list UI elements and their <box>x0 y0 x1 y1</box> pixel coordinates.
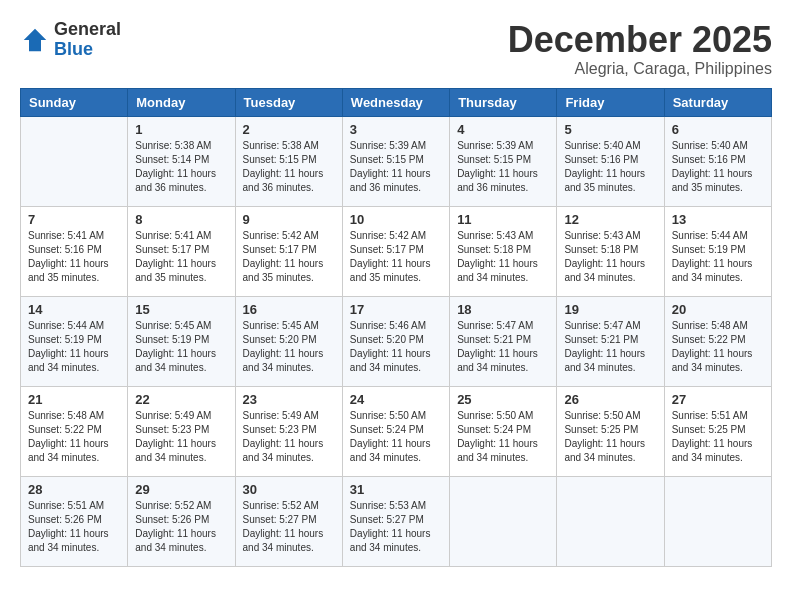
day-number: 5 <box>564 122 656 137</box>
day-cell: 28Sunrise: 5:51 AMSunset: 5:26 PMDayligh… <box>21 476 128 566</box>
day-cell: 26Sunrise: 5:50 AMSunset: 5:25 PMDayligh… <box>557 386 664 476</box>
day-info: Sunrise: 5:38 AMSunset: 5:14 PMDaylight:… <box>135 139 227 195</box>
day-info: Sunrise: 5:39 AMSunset: 5:15 PMDaylight:… <box>350 139 442 195</box>
day-number: 18 <box>457 302 549 317</box>
day-number: 28 <box>28 482 120 497</box>
day-number: 25 <box>457 392 549 407</box>
day-cell <box>450 476 557 566</box>
weekday-header-thursday: Thursday <box>450 88 557 116</box>
logo-icon <box>20 25 50 55</box>
day-cell: 19Sunrise: 5:47 AMSunset: 5:21 PMDayligh… <box>557 296 664 386</box>
day-number: 27 <box>672 392 764 407</box>
location-subtitle: Alegria, Caraga, Philippines <box>508 60 772 78</box>
week-row-2: 7Sunrise: 5:41 AMSunset: 5:16 PMDaylight… <box>21 206 772 296</box>
day-info: Sunrise: 5:43 AMSunset: 5:18 PMDaylight:… <box>564 229 656 285</box>
day-info: Sunrise: 5:48 AMSunset: 5:22 PMDaylight:… <box>672 319 764 375</box>
day-info: Sunrise: 5:47 AMSunset: 5:21 PMDaylight:… <box>564 319 656 375</box>
logo-blue-text: Blue <box>54 40 121 60</box>
day-info: Sunrise: 5:50 AMSunset: 5:24 PMDaylight:… <box>350 409 442 465</box>
day-info: Sunrise: 5:50 AMSunset: 5:25 PMDaylight:… <box>564 409 656 465</box>
day-info: Sunrise: 5:43 AMSunset: 5:18 PMDaylight:… <box>457 229 549 285</box>
day-cell: 6Sunrise: 5:40 AMSunset: 5:16 PMDaylight… <box>664 116 771 206</box>
day-number: 1 <box>135 122 227 137</box>
day-number: 9 <box>243 212 335 227</box>
day-cell: 21Sunrise: 5:48 AMSunset: 5:22 PMDayligh… <box>21 386 128 476</box>
week-row-3: 14Sunrise: 5:44 AMSunset: 5:19 PMDayligh… <box>21 296 772 386</box>
day-info: Sunrise: 5:52 AMSunset: 5:26 PMDaylight:… <box>135 499 227 555</box>
day-number: 6 <box>672 122 764 137</box>
weekday-header-monday: Monday <box>128 88 235 116</box>
week-row-1: 1Sunrise: 5:38 AMSunset: 5:14 PMDaylight… <box>21 116 772 206</box>
day-cell: 12Sunrise: 5:43 AMSunset: 5:18 PMDayligh… <box>557 206 664 296</box>
calendar: SundayMondayTuesdayWednesdayThursdayFrid… <box>20 88 772 567</box>
day-info: Sunrise: 5:52 AMSunset: 5:27 PMDaylight:… <box>243 499 335 555</box>
day-cell: 31Sunrise: 5:53 AMSunset: 5:27 PMDayligh… <box>342 476 449 566</box>
day-cell <box>557 476 664 566</box>
day-number: 17 <box>350 302 442 317</box>
day-number: 26 <box>564 392 656 407</box>
day-number: 13 <box>672 212 764 227</box>
day-info: Sunrise: 5:49 AMSunset: 5:23 PMDaylight:… <box>135 409 227 465</box>
weekday-header-saturday: Saturday <box>664 88 771 116</box>
day-info: Sunrise: 5:40 AMSunset: 5:16 PMDaylight:… <box>564 139 656 195</box>
day-cell: 30Sunrise: 5:52 AMSunset: 5:27 PMDayligh… <box>235 476 342 566</box>
day-number: 15 <box>135 302 227 317</box>
logo: General Blue <box>20 20 121 60</box>
day-cell: 13Sunrise: 5:44 AMSunset: 5:19 PMDayligh… <box>664 206 771 296</box>
day-number: 20 <box>672 302 764 317</box>
day-info: Sunrise: 5:46 AMSunset: 5:20 PMDaylight:… <box>350 319 442 375</box>
weekday-header-wednesday: Wednesday <box>342 88 449 116</box>
day-cell: 15Sunrise: 5:45 AMSunset: 5:19 PMDayligh… <box>128 296 235 386</box>
day-number: 23 <box>243 392 335 407</box>
day-info: Sunrise: 5:50 AMSunset: 5:24 PMDaylight:… <box>457 409 549 465</box>
day-info: Sunrise: 5:40 AMSunset: 5:16 PMDaylight:… <box>672 139 764 195</box>
day-cell: 1Sunrise: 5:38 AMSunset: 5:14 PMDaylight… <box>128 116 235 206</box>
day-info: Sunrise: 5:48 AMSunset: 5:22 PMDaylight:… <box>28 409 120 465</box>
week-row-4: 21Sunrise: 5:48 AMSunset: 5:22 PMDayligh… <box>21 386 772 476</box>
day-info: Sunrise: 5:41 AMSunset: 5:16 PMDaylight:… <box>28 229 120 285</box>
day-cell: 9Sunrise: 5:42 AMSunset: 5:17 PMDaylight… <box>235 206 342 296</box>
day-cell: 2Sunrise: 5:38 AMSunset: 5:15 PMDaylight… <box>235 116 342 206</box>
logo-general-text: General <box>54 20 121 40</box>
day-number: 30 <box>243 482 335 497</box>
day-info: Sunrise: 5:42 AMSunset: 5:17 PMDaylight:… <box>350 229 442 285</box>
weekday-header-friday: Friday <box>557 88 664 116</box>
day-cell: 18Sunrise: 5:47 AMSunset: 5:21 PMDayligh… <box>450 296 557 386</box>
day-number: 12 <box>564 212 656 227</box>
day-info: Sunrise: 5:47 AMSunset: 5:21 PMDaylight:… <box>457 319 549 375</box>
svg-marker-0 <box>24 29 47 52</box>
header: General Blue December 2025 Alegria, Cara… <box>20 20 772 78</box>
day-cell: 8Sunrise: 5:41 AMSunset: 5:17 PMDaylight… <box>128 206 235 296</box>
day-cell: 20Sunrise: 5:48 AMSunset: 5:22 PMDayligh… <box>664 296 771 386</box>
day-info: Sunrise: 5:53 AMSunset: 5:27 PMDaylight:… <box>350 499 442 555</box>
day-info: Sunrise: 5:42 AMSunset: 5:17 PMDaylight:… <box>243 229 335 285</box>
day-number: 3 <box>350 122 442 137</box>
day-info: Sunrise: 5:49 AMSunset: 5:23 PMDaylight:… <box>243 409 335 465</box>
day-info: Sunrise: 5:51 AMSunset: 5:25 PMDaylight:… <box>672 409 764 465</box>
logo-text: General Blue <box>54 20 121 60</box>
day-cell: 3Sunrise: 5:39 AMSunset: 5:15 PMDaylight… <box>342 116 449 206</box>
day-info: Sunrise: 5:39 AMSunset: 5:15 PMDaylight:… <box>457 139 549 195</box>
day-info: Sunrise: 5:45 AMSunset: 5:19 PMDaylight:… <box>135 319 227 375</box>
day-cell: 7Sunrise: 5:41 AMSunset: 5:16 PMDaylight… <box>21 206 128 296</box>
day-cell: 11Sunrise: 5:43 AMSunset: 5:18 PMDayligh… <box>450 206 557 296</box>
day-number: 19 <box>564 302 656 317</box>
day-info: Sunrise: 5:38 AMSunset: 5:15 PMDaylight:… <box>243 139 335 195</box>
day-number: 11 <box>457 212 549 227</box>
month-title: December 2025 <box>508 20 772 60</box>
day-number: 8 <box>135 212 227 227</box>
day-cell: 4Sunrise: 5:39 AMSunset: 5:15 PMDaylight… <box>450 116 557 206</box>
day-info: Sunrise: 5:44 AMSunset: 5:19 PMDaylight:… <box>28 319 120 375</box>
day-cell: 17Sunrise: 5:46 AMSunset: 5:20 PMDayligh… <box>342 296 449 386</box>
week-row-5: 28Sunrise: 5:51 AMSunset: 5:26 PMDayligh… <box>21 476 772 566</box>
day-number: 4 <box>457 122 549 137</box>
day-cell: 25Sunrise: 5:50 AMSunset: 5:24 PMDayligh… <box>450 386 557 476</box>
weekday-header-row: SundayMondayTuesdayWednesdayThursdayFrid… <box>21 88 772 116</box>
day-number: 31 <box>350 482 442 497</box>
day-cell: 16Sunrise: 5:45 AMSunset: 5:20 PMDayligh… <box>235 296 342 386</box>
day-number: 29 <box>135 482 227 497</box>
day-cell: 27Sunrise: 5:51 AMSunset: 5:25 PMDayligh… <box>664 386 771 476</box>
day-number: 7 <box>28 212 120 227</box>
day-cell: 5Sunrise: 5:40 AMSunset: 5:16 PMDaylight… <box>557 116 664 206</box>
day-info: Sunrise: 5:44 AMSunset: 5:19 PMDaylight:… <box>672 229 764 285</box>
